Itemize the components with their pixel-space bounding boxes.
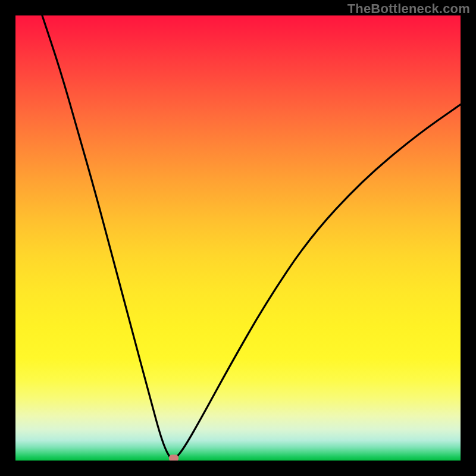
- bottleneck-curve: [15, 15, 461, 461]
- plot-area: [15, 15, 461, 461]
- watermark-text: TheBottleneck.com: [347, 1, 470, 17]
- chart-frame: TheBottleneck.com: [0, 0, 476, 476]
- curve-minimum-marker: [169, 455, 178, 461]
